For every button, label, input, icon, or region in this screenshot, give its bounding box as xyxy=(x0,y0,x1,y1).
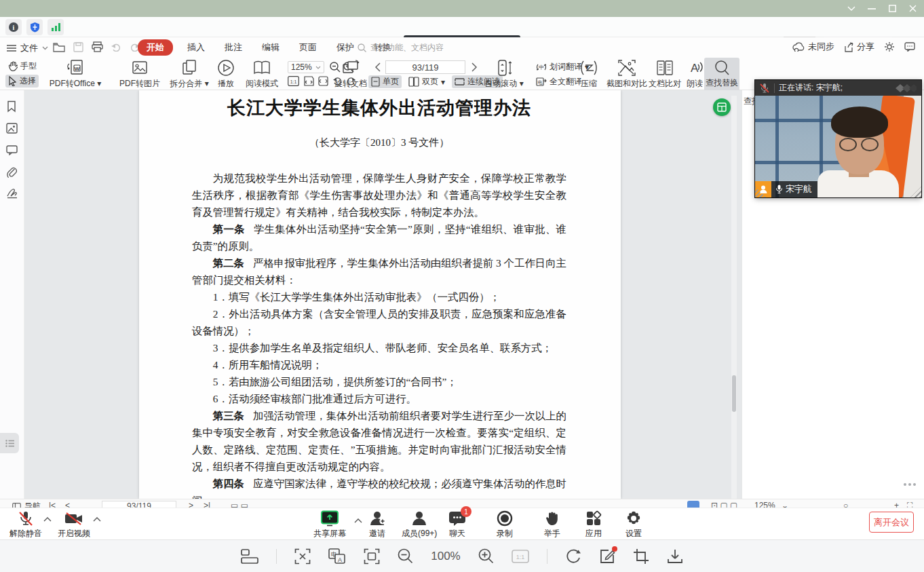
network-signal-icon[interactable] xyxy=(47,19,64,35)
actual-ratio-icon[interactable]: 1:1 xyxy=(512,550,529,563)
doc-compare-button[interactable]: 文档比对 xyxy=(646,59,684,90)
status-page-indicator[interactable]: 93/119 xyxy=(102,501,176,508)
nav-toggle[interactable]: 导航 xyxy=(12,501,41,508)
fit-screen-icon[interactable] xyxy=(364,548,380,565)
play-mode-icon[interactable] xyxy=(687,501,699,508)
unmute-button[interactable]: 解除静音 xyxy=(9,511,42,539)
prev-page-icon[interactable] xyxy=(374,62,381,72)
comment-bubble-icon[interactable] xyxy=(904,42,915,52)
first-page-icon[interactable]: |< xyxy=(49,501,56,508)
prev-page-status-icon[interactable]: < xyxy=(65,501,70,508)
tab-edit[interactable]: 编辑 xyxy=(256,39,285,56)
play-button[interactable]: 播放 xyxy=(213,59,239,90)
select-tool[interactable]: 选择 xyxy=(5,75,39,88)
zoom-out-icon[interactable] xyxy=(398,548,413,564)
video-panel-header[interactable]: 正在讲话: 宋宇航; xyxy=(755,80,921,96)
rotate-icon[interactable] xyxy=(565,548,581,565)
bookmark-icon[interactable] xyxy=(6,100,17,113)
record-button[interactable]: 录制 xyxy=(496,510,514,539)
tab-comment[interactable]: 批注 xyxy=(219,39,248,56)
menu-search[interactable]: 查找功能、文档内容 xyxy=(358,42,444,54)
ocr-icon[interactable] xyxy=(294,548,311,565)
open-folder-icon[interactable] xyxy=(53,42,65,52)
leave-meeting-button[interactable]: 离开会议 xyxy=(869,512,914,533)
mic-options-chevron[interactable] xyxy=(43,517,52,522)
print-icon[interactable] xyxy=(92,41,103,52)
compress-button[interactable]: 压缩 xyxy=(574,59,604,90)
status-zoom-dropdown[interactable]: ⌄ xyxy=(782,501,788,508)
file-menu[interactable]: 文件 xyxy=(19,40,39,56)
undo-icon[interactable] xyxy=(111,43,121,52)
single-page-button[interactable]: 单页 xyxy=(368,75,402,88)
share-screen-button[interactable]: 共享屏幕 xyxy=(313,510,346,539)
last-page-icon[interactable]: >| xyxy=(204,501,210,508)
status-magnifier-icon[interactable]: ○ xyxy=(843,501,848,508)
maximize-icon[interactable] xyxy=(882,0,902,17)
minimize-icon[interactable] xyxy=(862,0,882,17)
members-button[interactable]: 成员(99+) xyxy=(402,510,437,539)
invite-button[interactable]: 邀请 xyxy=(368,510,386,539)
tab-page[interactable]: 页面 xyxy=(294,39,322,56)
status-zoom-in-icon[interactable]: + xyxy=(894,501,899,508)
tab-protect[interactable]: 保护 xyxy=(331,39,360,56)
view-mode-icons[interactable]: ▭ ▭ xyxy=(231,501,248,508)
next-page-status-icon[interactable]: > xyxy=(189,501,193,508)
chevron-down-icon[interactable] xyxy=(42,46,48,50)
docs-assistant-button[interactable] xyxy=(713,98,731,116)
participant-video[interactable]: 宋宇航 xyxy=(755,96,921,197)
document-scrollbar[interactable] xyxy=(731,96,737,499)
apps-button[interactable]: 应用 xyxy=(585,510,602,539)
save-icon[interactable] xyxy=(73,42,83,52)
auto-scroll-button[interactable]: 自动滚动 ▾ xyxy=(483,59,525,90)
split-merge-button[interactable]: 拆分合并 ▾ xyxy=(167,59,212,90)
edit-button[interactable] xyxy=(599,548,615,565)
crop-icon[interactable] xyxy=(633,548,649,565)
fit-width-icon[interactable] xyxy=(303,76,314,86)
document-canvas[interactable]: 长江大学学生集体外出活动管理办法 （长大学字〔2010〕3 号文件） 为规范我校… xyxy=(24,90,742,499)
tab-home[interactable]: 开始 xyxy=(138,39,173,56)
find-replace-button[interactable]: 查找替换 xyxy=(704,58,739,92)
page-indicator-input[interactable]: 93/119 xyxy=(385,60,465,74)
zoom-in-icon[interactable] xyxy=(478,548,494,564)
outline-toggle-tab[interactable] xyxy=(0,433,19,453)
start-video-button[interactable]: 开启视频 xyxy=(58,511,90,539)
screenshot-compare-button[interactable]: 截图和对比 xyxy=(604,59,650,90)
scrollbar-thumb[interactable] xyxy=(732,375,736,412)
pdf-to-office-button[interactable]: W PDF转Office ▾ xyxy=(47,59,103,90)
more-options-dots[interactable] xyxy=(904,483,916,486)
share-options-chevron[interactable] xyxy=(354,518,362,523)
translate-image-icon[interactable]: 电A xyxy=(328,548,346,565)
sync-status[interactable]: 未同步 xyxy=(792,41,834,53)
rotate-doc-button[interactable]: 旋转文档 xyxy=(331,59,370,90)
share-button[interactable]: 分享 xyxy=(844,41,874,53)
meeting-info-icon[interactable]: i xyxy=(5,19,22,35)
next-page-icon[interactable] xyxy=(471,62,478,72)
comment-icon[interactable] xyxy=(6,145,18,155)
fit-page-icon[interactable] xyxy=(317,76,329,86)
attachment-icon[interactable] xyxy=(6,166,17,178)
signature-icon[interactable] xyxy=(6,187,18,199)
status-zoom-level[interactable]: 125% xyxy=(754,501,775,508)
close-icon[interactable] xyxy=(902,0,923,17)
chat-button[interactable]: 1 聊天 xyxy=(448,510,466,539)
tab-insert[interactable]: 插入 xyxy=(182,39,210,56)
participant-video-panel[interactable]: 正在讲话: 宋宇航; 宋宇航 xyxy=(755,80,921,197)
double-page-button[interactable]: 双页 ▾ xyxy=(406,75,448,88)
status-fullscreen-icon[interactable]: ⛶ xyxy=(907,501,912,508)
read-aloud-button[interactable]: A 朗读 xyxy=(682,59,707,90)
hand-tool[interactable]: 手型 xyxy=(5,60,39,73)
pdf-to-image-button[interactable]: PDF转图片 xyxy=(114,59,166,90)
chevron-down-icon[interactable] xyxy=(841,0,862,17)
zoom-level-select[interactable]: 125% xyxy=(288,61,324,73)
hamburger-icon[interactable] xyxy=(7,45,16,52)
settings-button[interactable]: 设置 xyxy=(625,510,642,539)
gear-icon[interactable] xyxy=(884,41,895,52)
video-options-chevron[interactable] xyxy=(93,517,101,522)
raise-hand-button[interactable]: 举手 xyxy=(544,510,560,539)
download-icon[interactable] xyxy=(667,548,683,565)
layout-grid-icon[interactable] xyxy=(241,549,258,564)
read-mode-button[interactable]: 阅读模式 xyxy=(242,59,282,90)
thumbnail-image-icon[interactable] xyxy=(6,123,18,134)
security-shield-icon[interactable] xyxy=(26,19,43,35)
viewer-zoom-level[interactable]: 100% xyxy=(431,550,460,563)
